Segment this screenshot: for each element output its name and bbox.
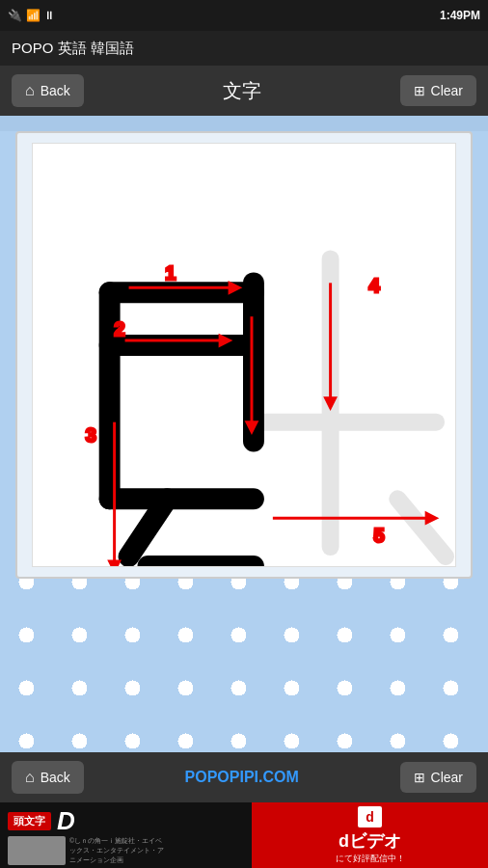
ad-banner[interactable]: 頭文字 D ©しｎの角一ｉ施錠社・エイベックス・エンタテイメント・アニメーション… bbox=[0, 802, 488, 868]
popopipi-link[interactable]: POPOPIPI.COM bbox=[185, 769, 299, 786]
signal-icons: 📶 ⏸ bbox=[26, 9, 55, 22]
svg-text:4: 4 bbox=[368, 275, 379, 296]
ad-dvideo-sub: にて好評配信中！ bbox=[336, 853, 405, 865]
ad-left: 頭文字 D ©しｎの角一ｉ施錠社・エイベックス・エンタテイメント・アニメーション… bbox=[0, 802, 252, 868]
svg-marker-27 bbox=[426, 513, 436, 523]
svg-text:5: 5 bbox=[373, 525, 384, 546]
ad-d-logo: D bbox=[57, 806, 75, 836]
kanji-svg: 1 2 3 bbox=[33, 144, 455, 566]
bottom-back-button[interactable]: Back bbox=[12, 761, 84, 794]
top-back-label: Back bbox=[41, 83, 70, 98]
status-right: 1:49PM bbox=[440, 9, 480, 22]
bottom-clear-button[interactable]: Clear bbox=[400, 762, 476, 793]
top-clear-button[interactable]: Clear bbox=[400, 75, 476, 106]
top-clear-label: Clear bbox=[431, 83, 463, 98]
ad-d-badge: d bbox=[358, 806, 382, 827]
bottom-clear-label: Clear bbox=[431, 770, 463, 785]
page-title: 文字 bbox=[223, 78, 261, 104]
svg-text:3: 3 bbox=[86, 424, 96, 446]
svg-text:2: 2 bbox=[115, 318, 125, 339]
kanji-canvas[interactable]: 1 2 3 bbox=[32, 143, 456, 567]
bottom-back-label: Back bbox=[41, 770, 70, 785]
svg-line-2 bbox=[397, 499, 446, 556]
grid-icon-top bbox=[414, 83, 425, 98]
status-left: 🔌 📶 ⏸ bbox=[8, 9, 55, 22]
ad-left-badge: 頭文字 bbox=[8, 812, 51, 830]
time-display: 1:49PM bbox=[440, 9, 480, 22]
top-back-button[interactable]: Back bbox=[12, 74, 84, 107]
ad-right: d dビデオ にて好評配信中！ bbox=[252, 802, 488, 868]
svg-text:1: 1 bbox=[165, 262, 176, 284]
ad-left-sub: ©しｎの角一ｉ施錠社・エイベックス・エンタテイメント・アニメーション企画 bbox=[69, 836, 166, 865]
home-icon bbox=[25, 82, 35, 99]
home-icon-bottom bbox=[25, 769, 35, 786]
ad-dvideo-title: dビデオ bbox=[339, 829, 401, 853]
usb-icon: 🔌 bbox=[8, 9, 22, 22]
top-nav-bar: Back 文字 Clear bbox=[0, 66, 488, 116]
status-bar: 🔌 📶 ⏸ 1:49PM bbox=[0, 0, 488, 31]
grid-icon-bottom bbox=[414, 770, 425, 785]
canvas-wrapper: 1 2 3 bbox=[15, 131, 473, 579]
svg-marker-19 bbox=[110, 561, 120, 566]
bottom-nav-bar: Back POPOPIPI.COM Clear bbox=[0, 752, 488, 802]
title-bar: POPO 英語 韓国語 bbox=[0, 31, 488, 66]
app-title: POPO 英語 韓国語 bbox=[12, 40, 134, 58]
ad-car-image bbox=[8, 836, 66, 865]
